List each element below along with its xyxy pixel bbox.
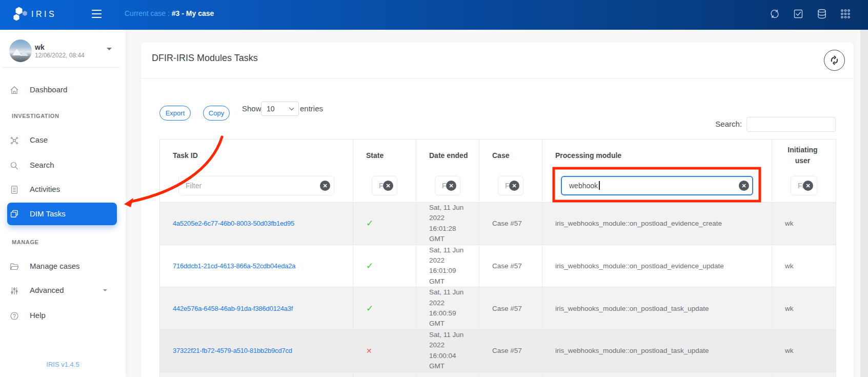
table-row [160, 372, 836, 377]
main-card: DFIR-IRIS Modules Tasks Export Copy Show… [141, 42, 854, 377]
refresh-icon[interactable] [769, 8, 780, 19]
sidebar-item-label: Dashboard [30, 85, 67, 94]
sidebar-item-label: Manage cases [30, 262, 80, 270]
app-version-link[interactable]: IRIS v1.4.5 [0, 361, 126, 368]
tasks-table: Task ID ✕ State ✕ Date ended [159, 139, 836, 377]
module-cell: iris_webhooks_module::on_postload_eviden… [542, 262, 772, 270]
case-cell: Case #57 [479, 347, 542, 354]
user-cell: wk [772, 347, 836, 354]
clear-filter-icon[interactable]: ✕ [383, 181, 393, 191]
refresh-glyph-icon [829, 55, 840, 66]
sidebar-divider [2, 67, 119, 68]
sidebar-item-help[interactable]: Help [0, 305, 126, 327]
sliders-icon [9, 286, 19, 296]
clear-filter-icon[interactable]: ✕ [803, 181, 813, 191]
select-caret-icon [289, 106, 294, 110]
top-bar: IRIS Current case : #3 - My case [0, 0, 868, 30]
module-cell: iris_webhooks_module::on_postload_task_u… [542, 305, 772, 312]
filter-task-id[interactable] [178, 176, 334, 195]
sidebar-item-advanced[interactable]: Advanced [0, 280, 126, 302]
current-case: Current case : #3 - My case [125, 9, 214, 17]
clear-filter-icon[interactable]: ✕ [739, 181, 749, 191]
page-size-select[interactable]: 10 [261, 102, 299, 116]
database-icon[interactable] [816, 8, 827, 19]
task-id-link[interactable]: 4a5205e2-6c77-46b0-8003-50d03fb1ed95 [173, 220, 294, 227]
user-cell: wk [772, 220, 836, 227]
task-id-link[interactable]: 442e576a-6458-46ab-91da-f386d0124a3f [173, 305, 293, 312]
state-success-icon [366, 261, 373, 271]
col-header-case[interactable]: Case ✕ [479, 140, 542, 203]
card-divider [141, 78, 854, 78]
user-name: wk [35, 43, 45, 51]
col-header-initiating-user[interactable]: Initiating user ✕ [772, 140, 836, 203]
sidebar-section-investigation: INVESTIGATION [12, 113, 59, 119]
current-case-label: Current case : [125, 9, 170, 17]
table-row: 442e576a-6458-46ab-91da-f386d0124a3f Sat… [160, 287, 836, 330]
user-cell: wk [772, 305, 836, 312]
dim-tasks-copy-icon [9, 209, 19, 219]
user-menu-caret-icon[interactable] [107, 48, 112, 50]
search-label: Search: [715, 120, 742, 128]
sidebar-item-case[interactable]: Case [0, 129, 126, 152]
task-id-link[interactable]: 716ddcb1-21cd-4613-866a-52cdb04eda2a [173, 262, 295, 270]
scrollbar-track[interactable] [860, 30, 868, 377]
case-cell: Case #57 [479, 305, 542, 312]
user-cell: wk [772, 262, 836, 270]
show-label: Show [242, 104, 261, 113]
col-header-state[interactable]: State ✕ [353, 140, 416, 203]
filter-processing-module[interactable] [561, 176, 753, 195]
module-cell: iris_webhooks_module::on_postload_eviden… [542, 220, 772, 227]
clear-filter-icon[interactable]: ✕ [320, 181, 330, 191]
table-row: 4a5205e2-6c77-46b0-8003-50d03fb1ed95 Sat… [160, 203, 836, 245]
sidebar-item-label: Advanced [30, 286, 64, 294]
search-icon [9, 161, 19, 171]
case-hub-icon [9, 135, 19, 146]
clear-filter-icon[interactable]: ✕ [446, 181, 456, 191]
export-button[interactable]: Export [159, 106, 191, 121]
sidebar-item-search[interactable]: Search [0, 154, 126, 177]
sidebar-item-label: Search [30, 161, 54, 169]
date-ended-cell: Sat, 11 Jun 2022 16:01:09 GMT [416, 245, 479, 287]
user-login-datetime: 12/06/2022, 08:44 [35, 52, 85, 59]
sidebar: wk 12/06/2022, 08:44 Dashboard INVESTIGA… [0, 30, 126, 377]
clear-filter-icon[interactable]: ✕ [509, 181, 519, 191]
date-ended-cell: Sat, 11 Jun 2022 16:00:59 GMT [416, 287, 479, 329]
sidebar-item-label: Help [30, 311, 46, 320]
case-cell: Case #57 [479, 220, 542, 227]
logo-text: IRIS [31, 10, 56, 19]
date-ended-cell: Sat, 11 Jun 2022 16:00:04 GMT [416, 330, 479, 372]
module-cell: iris_webhooks_module::on_postload_task_u… [542, 347, 772, 354]
state-success-icon [366, 304, 373, 313]
entries-label: entries [300, 104, 323, 113]
current-case-value: #3 - My case [172, 9, 214, 17]
sidebar-item-dim-tasks[interactable]: DIM Tasks [7, 203, 117, 225]
task-id-link[interactable]: 37322f21-fb72-4579-a510-81bb2b9cd7cd [173, 347, 292, 354]
advanced-caret-icon [103, 289, 107, 291]
case-cell: Case #57 [479, 262, 542, 270]
sidebar-item-label: Case [30, 135, 48, 144]
state-failure-icon [366, 346, 372, 355]
sidebar-item-manage-cases[interactable]: Manage cases [0, 255, 126, 278]
home-icon [9, 85, 19, 95]
page-title: DFIR-IRIS Modules Tasks [152, 53, 258, 64]
table-row: 37322f21-fb72-4579-a510-81bb2b9cd7cd Sat… [160, 329, 836, 372]
help-icon [9, 311, 19, 321]
folder-icon [9, 262, 19, 272]
apps-grid-icon[interactable] [840, 8, 851, 19]
hamburger-menu-icon[interactable] [92, 10, 102, 20]
col-header-task-id[interactable]: Task ID ✕ [160, 140, 353, 203]
table-row: 716ddcb1-21cd-4613-866a-52cdb04eda2a Sat… [160, 245, 836, 287]
col-header-date-ended[interactable]: Date ended ✕ [416, 140, 479, 203]
refresh-tasks-button[interactable] [824, 50, 845, 71]
activities-doc-icon [9, 185, 19, 195]
sidebar-item-dashboard[interactable]: Dashboard [0, 79, 126, 102]
avatar[interactable] [9, 39, 32, 62]
col-header-processing-module[interactable]: Processing module ✕ [542, 140, 772, 203]
sidebar-item-activities[interactable]: Activities [0, 178, 126, 201]
iris-logo-icon[interactable] [13, 4, 33, 25]
copy-button[interactable]: Copy [203, 106, 230, 121]
state-success-icon [366, 219, 373, 228]
tasks-check-icon[interactable] [793, 8, 804, 19]
sidebar-item-label: DIM Tasks [30, 209, 66, 218]
table-search-input[interactable] [746, 117, 836, 132]
